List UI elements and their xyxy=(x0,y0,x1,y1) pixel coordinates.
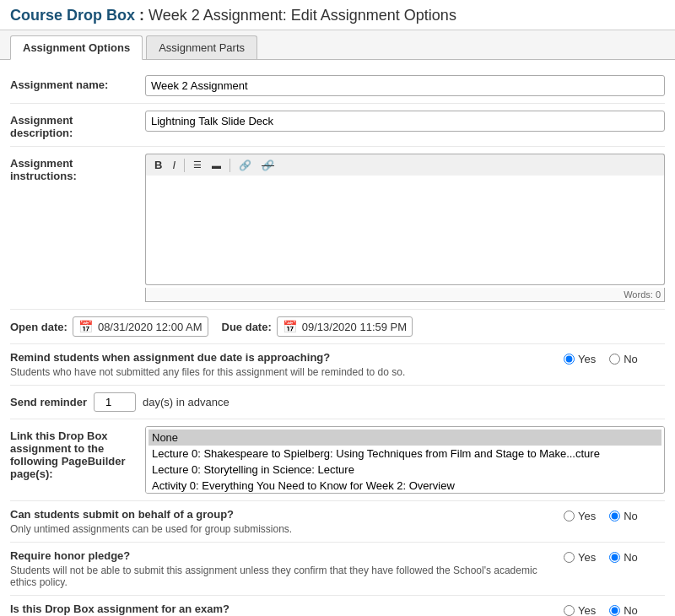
honor-no-radio[interactable] xyxy=(609,552,620,563)
due-date-input-wrap[interactable]: 📅 09/13/2020 11:59 PM xyxy=(277,316,413,337)
exam-no-option[interactable]: No xyxy=(609,604,638,616)
open-date-label: Open date: xyxy=(10,321,68,333)
reminder-days-input[interactable] xyxy=(94,392,136,412)
honor-question-wrap: Require honor pledge? Students will not … xyxy=(10,549,550,588)
honor-yes-label: Yes xyxy=(578,551,596,564)
due-date-group: Due date: 📅 09/13/2020 11:59 PM xyxy=(222,316,413,337)
exam-yes-label: Yes xyxy=(578,604,596,616)
remind-row: Remind students when assignment due date… xyxy=(10,344,665,386)
unlink-button[interactable]: 🔗 xyxy=(258,159,278,172)
exam-row: Is this Drop Box assignment for an exam?… xyxy=(10,596,665,616)
link-label: Link this Drop Box assignment to the fol… xyxy=(10,426,145,480)
unordered-list-button[interactable]: ▬ xyxy=(208,159,224,171)
instructions-editor[interactable] xyxy=(145,176,665,285)
honor-no-label: No xyxy=(624,551,638,564)
tab-assignment-options[interactable]: Assignment Options xyxy=(10,35,143,60)
group-no-radio[interactable] xyxy=(609,511,620,521)
assignment-description-input[interactable] xyxy=(145,111,665,132)
honor-sub-text: Students will not be able to submit this… xyxy=(10,565,550,588)
breadcrumb[interactable]: Course Drop Box xyxy=(10,7,135,24)
exam-radio-options: Yes No xyxy=(564,602,665,616)
open-date-group: Open date: 📅 08/31/2020 12:00 AM xyxy=(10,316,208,337)
send-reminder-label: Send reminder xyxy=(10,396,87,408)
honor-question-text: Require honor pledge? xyxy=(10,549,550,562)
date-row: Open date: 📅 08/31/2020 12:00 AM Due dat… xyxy=(10,310,665,344)
remind-radio-options: Yes No xyxy=(564,351,665,365)
group-radio-options: Yes No xyxy=(564,508,665,522)
toolbar-divider-2 xyxy=(230,159,230,172)
link-row: Link this Drop Box assignment to the fol… xyxy=(10,419,665,501)
assignment-name-input[interactable] xyxy=(145,75,665,96)
group-yes-label: Yes xyxy=(578,510,596,522)
page-title: Week 2 Assignment: Edit Assignment Optio… xyxy=(148,7,456,24)
link-control-wrap: NoneLecture 0: Shakespeare to Spielberg:… xyxy=(145,426,665,494)
exam-yes-option[interactable]: Yes xyxy=(564,604,596,616)
assignment-name-row: Assignment name: xyxy=(10,68,665,104)
exam-yes-radio[interactable] xyxy=(564,605,575,616)
send-reminder-row: Send reminder day(s) in advance xyxy=(10,386,665,419)
exam-no-radio[interactable] xyxy=(609,605,620,616)
group-yes-radio[interactable] xyxy=(564,511,575,521)
group-sub-text: Only untimed assignments can be used for… xyxy=(10,523,550,535)
tabs-bar: Assignment Options Assignment Parts xyxy=(0,30,675,60)
remind-question-text: Remind students when assignment due date… xyxy=(10,351,550,364)
link-button[interactable]: 🔗 xyxy=(235,159,255,172)
group-no-option[interactable]: No xyxy=(609,510,638,522)
remind-yes-label: Yes xyxy=(578,353,596,365)
remind-no-label: No xyxy=(624,353,638,365)
assignment-instructions-row: Assignment instructions: B I ☰ ▬ 🔗 🔗 Wor… xyxy=(10,147,665,310)
assignment-instructions-wrap: B I ☰ ▬ 🔗 🔗 Words: 0 xyxy=(145,154,665,302)
remind-sub-text: Students who have not submitted any file… xyxy=(10,366,550,378)
italic-button[interactable]: I xyxy=(169,158,179,172)
bold-button[interactable]: B xyxy=(151,158,165,172)
reminder-days-suffix: day(s) in advance xyxy=(143,396,230,408)
open-date-value: 08/31/2020 12:00 AM xyxy=(98,321,202,333)
due-date-label: Due date: xyxy=(222,321,272,333)
remind-no-radio[interactable] xyxy=(609,354,620,365)
group-row: Can students submit on behalf of a group… xyxy=(10,501,665,543)
assignment-description-wrap xyxy=(145,111,665,132)
tab-assignment-parts[interactable]: Assignment Parts xyxy=(146,35,257,59)
assignment-name-wrap xyxy=(145,75,665,96)
honor-radio-options: Yes No xyxy=(564,549,665,564)
group-question-wrap: Can students submit on behalf of a group… xyxy=(10,508,550,535)
honor-yes-radio[interactable] xyxy=(564,552,575,563)
assignment-instructions-label: Assignment instructions: xyxy=(10,154,145,182)
editor-toolbar: B I ☰ ▬ 🔗 🔗 xyxy=(145,154,665,176)
remind-yes-radio[interactable] xyxy=(564,354,575,365)
due-date-value: 09/13/2020 11:59 PM xyxy=(302,321,407,333)
exam-question-text: Is this Drop Box assignment for an exam? xyxy=(10,602,550,615)
remind-question-wrap: Remind students when assignment due date… xyxy=(10,351,550,378)
due-date-calendar-icon: 📅 xyxy=(283,320,297,333)
honor-yes-option[interactable]: Yes xyxy=(564,551,596,564)
group-no-label: No xyxy=(624,510,638,522)
group-yes-option[interactable]: Yes xyxy=(564,510,596,522)
group-question-text: Can students submit on behalf of a group… xyxy=(10,508,550,521)
page-header: Course Drop Box : Week 2 Assignment: Edi… xyxy=(0,0,675,30)
exam-question-wrap: Is this Drop Box assignment for an exam?… xyxy=(10,602,550,616)
word-count: Words: 0 xyxy=(145,288,665,302)
honor-no-option[interactable]: No xyxy=(609,551,638,564)
remind-yes-option[interactable]: Yes xyxy=(564,353,596,365)
open-date-input-wrap[interactable]: 📅 08/31/2020 12:00 AM xyxy=(73,316,208,337)
ordered-list-button[interactable]: ☰ xyxy=(190,159,205,171)
exam-no-label: No xyxy=(624,604,638,616)
pagebuilder-listbox[interactable]: NoneLecture 0: Shakespeare to Spielberg:… xyxy=(145,426,665,494)
assignment-description-label: Assignment description: xyxy=(10,111,145,139)
honor-row: Require honor pledge? Students will not … xyxy=(10,543,665,596)
form-content: Assignment name: Assignment description:… xyxy=(0,60,675,616)
assignment-name-label: Assignment name: xyxy=(10,75,145,91)
assignment-description-row: Assignment description: xyxy=(10,104,665,147)
toolbar-divider-1 xyxy=(184,159,185,172)
remind-no-option[interactable]: No xyxy=(609,353,638,365)
open-date-calendar-icon: 📅 xyxy=(78,320,93,333)
separator: : xyxy=(135,7,148,24)
